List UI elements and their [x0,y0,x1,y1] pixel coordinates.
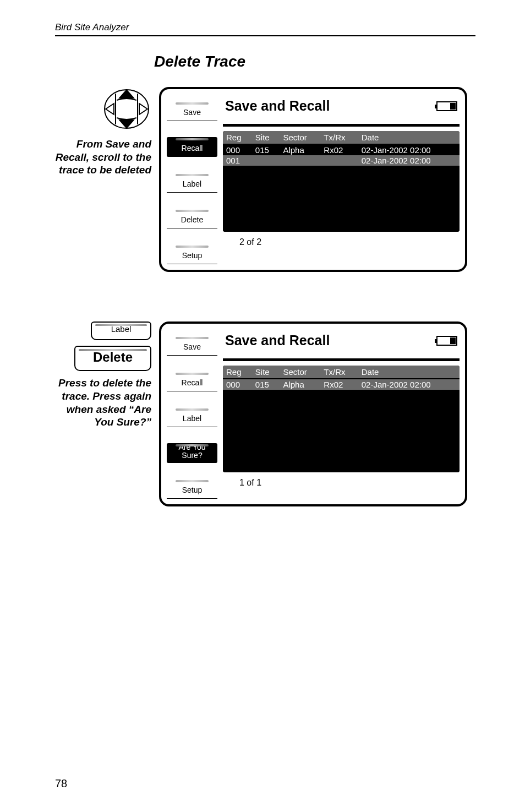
col-site: Site [252,131,280,144]
step2-caption: Press to delete the trace. Press again w… [55,377,151,429]
table-row[interactable]: 00102-Jan-2002 02:00 [223,155,460,166]
table-row[interactable]: 000015AlphaRx0202-Jan-2002 02:00 [223,379,460,390]
sidebtn-are-you-sure[interactable]: Are YouSure? [167,443,217,463]
page-header: Bird Site Analyzer [55,22,475,36]
step1-table-zone: RegSiteSectorTx/RxDate000015AlphaRx0202-… [223,131,460,232]
section-title: Delete Trace [154,53,475,70]
dpad-icon [102,87,151,131]
col-sector: Sector [280,131,320,144]
sidebtn-recall[interactable]: Recall [167,372,217,391]
softkey-label[interactable]: Label [91,321,151,340]
sidebtn-setup[interactable]: Setup [167,244,217,264]
sidebtn-setup[interactable]: Setup [167,479,217,499]
col-sector: Sector [280,366,320,379]
sidebtn-save[interactable]: Save [167,336,217,356]
step-2: Label Delete Press to delete the trace. … [55,321,475,506]
col-site: Site [252,366,280,379]
sidebtn-label[interactable]: Label [167,173,217,193]
step1-device: SaveRecallLabelDeleteSetup Save and Reca… [159,87,467,272]
step1-caption: From Save and Recall, scroll to the trac… [55,138,151,177]
softkey-delete[interactable]: Delete [74,346,151,371]
step2-screen-title: Save and Recall [225,333,330,348]
step2-counter: 1 of 1 [223,472,460,488]
battery-icon [436,101,457,111]
step1-screen-title: Save and Recall [225,98,330,114]
col-txrx: Tx/Rx [320,131,358,144]
step1-titlebar: Save and Recall [223,95,460,127]
step1-sidecol: SaveRecallLabelDeleteSetup [167,95,217,264]
col-date: Date [358,131,460,144]
step2-sidecol: SaveRecallLabelAre YouSure?Setup [167,329,217,499]
sidebtn-label[interactable]: Label [167,407,217,427]
step2-titlebar: Save and Recall [223,329,460,361]
col-date: Date [358,366,460,379]
col-reg: Reg [223,131,252,144]
step1-left-col: From Save and Recall, scroll to the trac… [55,87,151,272]
step2-left-col: Label Delete Press to delete the trace. … [55,321,151,506]
col-reg: Reg [223,366,252,379]
step2-main: Save and Recall RegSiteSectorTx/RxDate00… [217,329,460,499]
sidebtn-save[interactable]: Save [167,101,217,121]
doc-title: Bird Site Analyzer [55,22,475,35]
step-1: From Save and Recall, scroll to the trac… [55,87,475,272]
step1-counter: 2 of 2 [223,232,460,247]
page-number: 78 [55,777,67,790]
sidebtn-delete[interactable]: Delete [167,209,217,228]
step1-table: RegSiteSectorTx/RxDate000015AlphaRx0202-… [223,131,460,166]
table-row[interactable]: 000015AlphaRx0202-Jan-2002 02:00 [223,144,460,155]
col-txrx: Tx/Rx [320,366,358,379]
sidebtn-recall[interactable]: Recall [167,137,217,157]
step1-main: Save and Recall RegSiteSectorTx/RxDate00… [217,95,460,264]
step2-device: SaveRecallLabelAre YouSure?Setup Save an… [159,321,467,506]
step2-table-zone: RegSiteSectorTx/RxDate000015AlphaRx0202-… [223,366,460,472]
step2-table: RegSiteSectorTx/RxDate000015AlphaRx0202-… [223,366,460,390]
battery-icon [436,336,457,346]
